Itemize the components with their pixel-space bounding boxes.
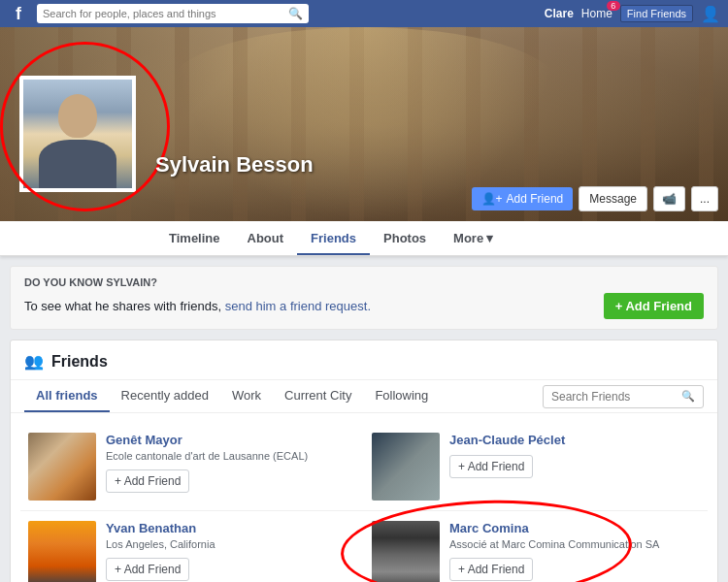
friend-info-0: Genêt Mayor Ecole cantonale d'art de Lau… <box>106 433 356 493</box>
friends-icon: 👥 <box>24 352 44 372</box>
friend-add-button-1[interactable]: + Add Friend <box>449 455 533 478</box>
know-banner-text: To see what he shares with friends, send… <box>24 299 371 313</box>
search-input[interactable] <box>43 8 284 19</box>
cover-actions: 👤+ Add Friend Message 📹 ... <box>472 186 718 211</box>
friend-name-2[interactable]: Yvan Benathan <box>106 521 356 535</box>
friend-name-3[interactable]: Marc Comina <box>449 521 700 535</box>
top-navigation: f 🔍 Clare Home 6 Find Friends 👤 <box>0 0 728 27</box>
friends-title: Friends <box>51 353 108 371</box>
friend-info-1: Jean-Claude Péclet + Add Friend <box>449 433 700 478</box>
know-banner-title: DO YOU KNOW SYLVAIN? <box>24 276 704 288</box>
search-bar[interactable]: 🔍 <box>37 4 309 23</box>
friends-grid-wrapper: Genêt Mayor Ecole cantonale d'art de Lau… <box>11 413 717 582</box>
cover-section: Sylvain Besson 👤+ Add Friend Message 📹 .… <box>0 27 728 221</box>
profile-avatar <box>19 76 136 192</box>
friends-section: 👥 Friends All friends Recently added Wor… <box>10 340 718 582</box>
search-icon: 🔍 <box>288 7 303 20</box>
friend-name-1[interactable]: Jean-Claude Péclet <box>449 433 700 447</box>
friends-search-input[interactable] <box>551 390 678 404</box>
filter-work[interactable]: Work <box>220 380 273 412</box>
friends-search-wrap[interactable]: 🔍 <box>543 385 704 408</box>
home-link[interactable]: Home 6 <box>581 7 612 20</box>
person-body <box>39 140 116 188</box>
friends-filter-tabs: All friends Recently added Work Current … <box>11 380 717 413</box>
friend-add-button-3[interactable]: + Add Friend <box>449 558 533 581</box>
filter-following[interactable]: Following <box>363 380 440 412</box>
friend-sub-3: Associé at Marc Comina Communication SA <box>449 537 700 552</box>
friend-thumb-3 <box>372 521 440 582</box>
home-badge-count: 6 <box>607 1 620 11</box>
person-face <box>58 94 97 138</box>
add-friend-button[interactable]: 👤+ Add Friend <box>472 187 574 210</box>
friend-add-button-0[interactable]: + Add Friend <box>106 469 189 493</box>
friend-card-0: Genêt Mayor Ecole cantonale d'art de Lau… <box>20 423 364 511</box>
friend-name-0[interactable]: Genêt Mayor <box>106 433 356 447</box>
friend-card-2: Yvan Benathan Los Angeles, California + … <box>20 511 364 582</box>
find-friends-button[interactable]: Find Friends <box>620 5 693 22</box>
friend-thumb-2 <box>28 521 96 582</box>
profile-avatar-image <box>23 80 132 188</box>
video-button[interactable]: 📹 <box>653 186 685 211</box>
add-friend-label: Add Friend <box>507 192 564 206</box>
friends-section-header: 👥 Friends <box>11 340 717 380</box>
profile-tabs: Timeline About Friends Photos More ▾ <box>0 221 728 256</box>
friend-add-button-2[interactable]: + Add Friend <box>106 558 189 581</box>
friend-card-3: Marc Comina Associé at Marc Comina Commu… <box>364 511 708 582</box>
tab-photos[interactable]: Photos <box>370 223 440 255</box>
friend-sub-0: Ecole cantonale d'art de Lausanne (ECAL) <box>106 449 356 464</box>
message-button[interactable]: Message <box>579 186 647 211</box>
friend-info-3: Marc Comina Associé at Marc Comina Commu… <box>449 521 700 581</box>
tab-friends[interactable]: Friends <box>297 223 370 255</box>
account-icon[interactable]: 👤 <box>701 5 720 23</box>
facebook-logo: f <box>8 3 29 24</box>
more-button[interactable]: ... <box>691 186 718 211</box>
friend-info-2: Yvan Benathan Los Angeles, California + … <box>106 521 356 581</box>
know-banner: DO YOU KNOW SYLVAIN? To see what he shar… <box>10 266 718 330</box>
add-friend-green-button[interactable]: + Add Friend <box>604 293 704 319</box>
chevron-down-icon: ▾ <box>486 231 493 245</box>
add-friend-icon: 👤+ <box>481 192 503 206</box>
know-banner-desc-text: To see what he shares with friends, <box>24 299 221 313</box>
profile-name: Sylvain Besson <box>155 152 314 178</box>
tab-more[interactable]: More ▾ <box>440 223 507 255</box>
filter-current-city[interactable]: Current City <box>273 380 363 412</box>
tab-timeline[interactable]: Timeline <box>155 223 234 255</box>
filter-all-friends[interactable]: All friends <box>24 380 110 412</box>
tab-about[interactable]: About <box>234 223 298 255</box>
user-name: Clare <box>545 7 574 20</box>
friend-sub-2: Los Angeles, California <box>106 537 356 552</box>
filter-recently-added[interactable]: Recently added <box>110 380 220 412</box>
nav-right: Clare Home 6 Find Friends 👤 <box>545 5 720 23</box>
friends-grid: Genêt Mayor Ecole cantonale d'art de Lau… <box>11 413 717 582</box>
send-friend-request-link[interactable]: send him a friend request. <box>225 299 371 313</box>
friend-card-1: Jean-Claude Péclet + Add Friend <box>364 423 708 511</box>
friend-thumb-1 <box>372 433 440 501</box>
know-banner-desc: To see what he shares with friends, send… <box>24 293 704 319</box>
friends-search-icon: 🔍 <box>681 390 695 403</box>
tab-more-label: More <box>453 231 483 245</box>
friend-thumb-0 <box>28 433 96 501</box>
